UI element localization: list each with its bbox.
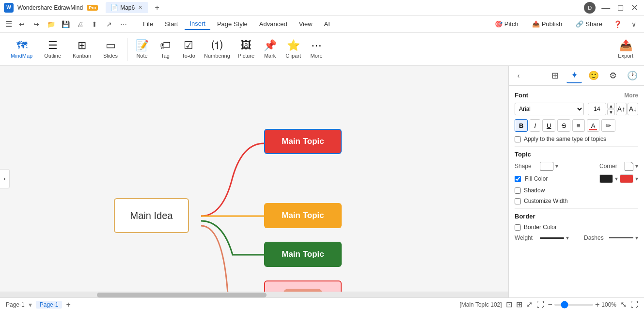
underline-btn[interactable]: U (542, 119, 555, 132)
help-btn[interactable]: ❓ (611, 18, 624, 31)
menu-insert[interactable]: Insert (185, 18, 210, 30)
fullscreen-icon[interactable]: ⛶ (536, 300, 544, 309)
pitch-btn[interactable]: 🎯 Pitch (490, 18, 523, 30)
toolbar-slides[interactable]: ▭ Slides (98, 38, 123, 61)
font-increase-btn[interactable]: A↑ (616, 103, 627, 115)
new-tab-btn[interactable]: + (152, 3, 162, 13)
toolbar-todo[interactable]: ☑ To-do (178, 38, 199, 61)
avatar[interactable]: D (584, 2, 596, 14)
add-page-btn[interactable]: + (66, 300, 70, 309)
font-family-select[interactable]: Arial Times New Roman (515, 103, 584, 115)
menu-view[interactable]: View (294, 18, 317, 30)
toolbar-tag[interactable]: 🏷 Tag (155, 38, 176, 61)
menu-pagestyle[interactable]: Page Style (212, 18, 252, 30)
open-btn[interactable]: 📁 (45, 18, 57, 31)
topic-node-1[interactable]: Main Topic (264, 129, 342, 154)
toolbar-mindmap[interactable]: 🗺 MindMap (6, 38, 37, 61)
maximize-btn[interactable]: □ (616, 2, 625, 13)
publish-btn[interactable]: 📤 Publish (527, 18, 567, 30)
page-dropdown-btn[interactable]: ▾ (29, 301, 32, 309)
redo-btn[interactable]: ↪ (30, 18, 43, 31)
print-btn[interactable]: 🖨 (74, 18, 86, 31)
menu-start[interactable]: Start (160, 18, 183, 30)
menu-file[interactable]: File (138, 18, 158, 30)
font-color-btn[interactable]: A (587, 119, 600, 132)
menu-ai[interactable]: AI (319, 18, 335, 30)
active-page-tab[interactable]: Page-1 (36, 301, 63, 309)
toolbar-outline[interactable]: ☰ Outline (39, 38, 66, 61)
toolbar-clipart[interactable]: ⭐ Clipart (283, 38, 304, 61)
share-btn[interactable]: 🔗 Share (571, 18, 607, 30)
menu-advanced[interactable]: Advanced (254, 18, 292, 30)
view-expand-icon[interactable]: ⛶ (630, 300, 638, 309)
toolbar-numbering[interactable]: ⑴ Numbering (201, 38, 233, 61)
panel-clock-btn[interactable]: 🕐 (625, 68, 640, 83)
zoom-slider[interactable] (554, 304, 593, 306)
zoom-in-btn[interactable]: + (595, 300, 599, 309)
panel-collapse-icon[interactable]: ‹ (513, 70, 524, 81)
topic-node-2[interactable]: Main Topic (264, 203, 342, 228)
save-btn[interactable]: 💾 (59, 18, 72, 31)
dashes-dropdown[interactable]: ▾ (635, 234, 638, 241)
sidebar-toggle[interactable]: ☰ (4, 19, 14, 29)
panel-collapse-btn[interactable]: › (0, 169, 10, 188)
expand-icon[interactable]: ⤢ (526, 300, 533, 309)
corner-box[interactable] (625, 162, 633, 171)
scrollbar-thumb[interactable] (97, 293, 267, 297)
chevron-btn[interactable]: ∨ (628, 18, 640, 31)
tab-name: Map6 (120, 4, 135, 11)
dashes-control: ▾ (609, 234, 638, 241)
corner-dropdown-btn[interactable]: ▾ (635, 163, 638, 170)
italic-btn[interactable]: I (530, 119, 540, 132)
main-idea-node[interactable]: Main Idea (114, 198, 189, 233)
toolbar-mark[interactable]: 📌 Mark (259, 38, 281, 61)
toolbar-note[interactable]: 📝 Note (131, 38, 153, 61)
panel-divider-1 (515, 146, 638, 147)
weight-dropdown[interactable]: ▾ (566, 234, 569, 241)
font-decrease-btn[interactable]: A↓ (628, 103, 638, 115)
font-size-down-btn[interactable]: ▼ (607, 109, 615, 115)
font-size-up-btn[interactable]: ▲ (607, 103, 615, 109)
topic-node-4[interactable] (264, 280, 342, 292)
tab-close-btn[interactable]: ✕ (137, 4, 143, 11)
toolbar-kanban[interactable]: ⊞ Kanban (68, 38, 96, 61)
canvas[interactable]: Main Idea Main Topic Main Topic Main Top… (0, 66, 508, 292)
font-more-link[interactable]: More (624, 92, 638, 99)
font-size-input[interactable] (588, 103, 606, 115)
panel-gear-btn[interactable]: ⚙ (605, 68, 621, 83)
view-fit-icon[interactable]: ⤡ (620, 300, 627, 309)
grid-icon[interactable]: ⊞ (516, 300, 522, 309)
share-icon-btn[interactable]: ↗ (103, 18, 115, 31)
export-icon-btn[interactable]: ⬆ (88, 18, 101, 31)
align-btn[interactable]: ≡ (572, 119, 585, 132)
topic-node-3[interactable]: Main Topic (264, 242, 342, 267)
shape-box[interactable] (540, 162, 553, 171)
more-icon-btn[interactable]: ⋯ (117, 18, 130, 31)
shadow-checkbox[interactable] (515, 187, 521, 194)
apply-same-type-checkbox[interactable] (515, 136, 521, 142)
close-btn[interactable]: ✕ (629, 2, 640, 13)
zoom-out-btn[interactable]: − (548, 300, 552, 309)
fill-color-black-swatch[interactable] (599, 174, 613, 183)
fill-black-dropdown[interactable]: ▾ (615, 175, 618, 182)
fill-red-dropdown[interactable]: ▾ (635, 175, 638, 182)
minimize-btn[interactable]: — (599, 2, 612, 13)
panel-ai-btn[interactable]: ✦ (566, 68, 582, 83)
fill-color-checkbox[interactable] (515, 176, 521, 182)
shape-dropdown-btn[interactable]: ▾ (555, 163, 558, 170)
fit-icon[interactable]: ⊡ (506, 300, 512, 309)
toolbar-export[interactable]: 📤 Export (613, 38, 638, 61)
highlight-btn[interactable]: ✏ (601, 119, 615, 132)
toolbar-picture[interactable]: 🖼 Picture (235, 38, 257, 61)
toolbar-more[interactable]: ⋯ More (306, 38, 327, 61)
bold-btn[interactable]: B (515, 119, 528, 132)
undo-btn[interactable]: ↩ (16, 18, 28, 31)
panel-emoji-btn[interactable]: 🙂 (586, 68, 601, 83)
fill-color-red-swatch[interactable] (620, 174, 633, 183)
customize-width-checkbox[interactable] (515, 198, 521, 204)
border-color-checkbox[interactable] (515, 224, 521, 231)
file-tab[interactable]: 📄 Map6 ✕ (106, 2, 148, 13)
horizontal-scrollbar[interactable] (0, 292, 508, 297)
strikethrough-btn[interactable]: S (557, 119, 570, 132)
panel-layout-btn[interactable]: ⊞ (547, 68, 563, 83)
